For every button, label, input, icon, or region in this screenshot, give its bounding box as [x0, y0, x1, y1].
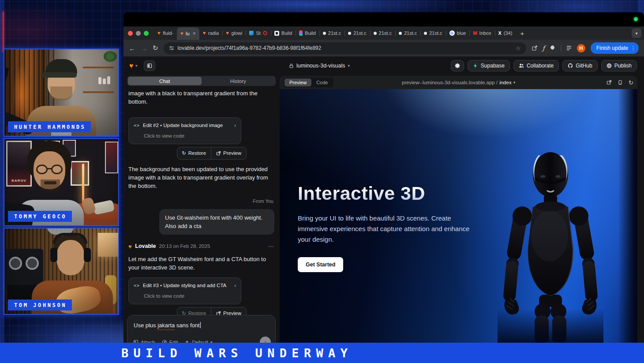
people-icon [519, 63, 524, 68]
toggle-sidebar-button[interactable] [144, 60, 155, 71]
browser-tab[interactable]: ♥radia [199, 27, 223, 39]
lovable-logo-group[interactable]: ♥ ▾ [129, 56, 155, 75]
tab-chat[interactable]: Chat [128, 77, 202, 85]
share-extension-icon[interactable] [532, 45, 538, 51]
puzzle-extensions-icon[interactable] [550, 45, 556, 51]
chat-messages[interactable]: image with a black to transparent gradie… [128, 89, 274, 342]
get-started-button[interactable]: Get Started [298, 257, 343, 272]
browser-tab-active[interactable]: ♥lu× [177, 27, 199, 40]
restore-button[interactable]: ↻Restore [177, 147, 211, 159]
person-head [56, 240, 85, 275]
collaborate-button[interactable]: Collaborate [513, 60, 559, 71]
profile-avatar[interactable]: H [577, 44, 585, 52]
browser-tab[interactable]: ♥glowi [222, 27, 246, 39]
back-button[interactable]: ← [129, 45, 135, 52]
edit-card-3[interactable]: <> Edit #3 • Update styling and add CTA … [128, 277, 241, 304]
browser-tab[interactable]: Gblue [446, 27, 470, 39]
pencil-icon [162, 340, 167, 343]
attach-button[interactable]: Attach [133, 340, 155, 343]
new-tab-button[interactable]: + [516, 30, 528, 37]
glasses-right-lens [51, 165, 63, 174]
tab-label: glowi [231, 30, 242, 36]
record-icon [263, 31, 267, 35]
tab-search-button[interactable]: ▾ [632, 28, 641, 38]
chat-input-box[interactable]: Use plus jakarta sans font Attach Edit [127, 315, 276, 343]
preview-button[interactable]: Preview [211, 147, 246, 159]
edit-card-2[interactable]: <> Edit #2 • Update background image › C… [128, 117, 241, 144]
tab-label: Build [281, 30, 292, 36]
audio-equipment [4, 249, 43, 290]
open-external-icon[interactable] [607, 80, 612, 85]
browser-tab[interactable]: Build [271, 27, 296, 39]
name-badge: TOM JOHNSON [8, 299, 72, 311]
reading-list-icon[interactable] [566, 45, 572, 51]
reload-button[interactable]: ↻ [153, 44, 158, 52]
attach-label: Attach [141, 340, 155, 343]
browser-tab[interactable]: MInbox [469, 27, 494, 39]
close-tab-icon[interactable]: × [193, 30, 196, 37]
tab-label: St [256, 30, 260, 36]
picture-frame [71, 161, 89, 186]
tab-label: 21st.c [404, 30, 417, 36]
edit-label: Edit [169, 340, 178, 343]
restore-icon: ↻ [182, 149, 186, 157]
publish-button[interactable]: Publish [601, 60, 637, 71]
send-button[interactable]: ↑ [260, 337, 271, 343]
settings-button[interactable] [451, 60, 464, 71]
chat-input-text[interactable]: Use plus jakarta sans font [127, 315, 275, 329]
address-bar[interactable]: lovable.dev/projects/74f1a96a-9782-47b9-… [164, 42, 526, 54]
chat-panel: Chat History image with a black to trans… [125, 75, 278, 343]
browser-tab[interactable]: 21st.c [370, 27, 395, 39]
tab-label: radia [208, 30, 219, 36]
browser-tab[interactable]: 21st.c [420, 27, 446, 39]
browser-tab[interactable]: X(34) [495, 27, 516, 39]
browser-tab[interactable]: St [246, 27, 270, 39]
fn-extension-icon[interactable]: ƒ [543, 45, 545, 52]
github-button[interactable]: GitHub [562, 60, 597, 71]
person-hand [81, 197, 97, 215]
minimize-window-button[interactable] [136, 31, 141, 36]
browser-tab[interactable]: Build [296, 27, 319, 39]
edit-card-title: Edit #2 • Update background image [143, 121, 223, 130]
browser-tab[interactable]: ♥fluid- [154, 27, 177, 39]
project-name-menu[interactable]: luminous-3d-visuals ▾ [289, 56, 350, 75]
user-message-bubble: Use Gt-walsheim font with 400 weight. Al… [159, 209, 274, 235]
preview-panel: Preview Code preview--luminous-3d-visual… [280, 76, 637, 343]
tab-label: 21st.c [328, 30, 341, 36]
warm-light-glow [12, 63, 30, 127]
pillow [93, 200, 115, 215]
preview-3d-scene[interactable]: Interactive 3D Bring your UI to life wit… [280, 89, 637, 343]
tape-reel [26, 257, 39, 270]
lamp-dome [47, 228, 74, 235]
browser-tab[interactable]: 21st.c [319, 27, 344, 39]
tab-history[interactable]: History [202, 77, 275, 85]
project-name: luminous-3d-visuals [296, 63, 345, 69]
lovable-favicon: ♥ [180, 31, 183, 36]
kebab-menu-icon[interactable]: ⋮ [631, 45, 636, 51]
preview-url[interactable]: preview--luminous-3d-visuals.lovable.app… [402, 80, 515, 85]
person-beard [41, 180, 60, 193]
x-favicon: X [498, 30, 502, 36]
lovable-heart-icon: ♥ [128, 243, 132, 250]
tab-preview[interactable]: Preview [285, 79, 311, 86]
bookmark-star-icon[interactable]: ☆ [516, 45, 521, 52]
stream-banner: BUILD WARS UNDERWAY [0, 343, 644, 363]
model-selector[interactable]: Default ▾ [184, 340, 212, 343]
forward-button[interactable]: → [141, 45, 147, 52]
mobile-view-icon[interactable] [618, 80, 623, 85]
gear-icon [454, 63, 461, 69]
zoom-window-button[interactable] [144, 31, 149, 36]
banner-text: BUILD WARS UNDERWAY [121, 346, 352, 360]
tab-code[interactable]: Code [311, 79, 333, 86]
browser-tab[interactable]: 21st.c [395, 27, 420, 39]
hero-block: Interactive 3D Bring your UI to life wit… [298, 183, 487, 272]
refresh-preview-icon[interactable]: ↻ [629, 79, 633, 86]
message-menu-icon[interactable]: ⋯ [268, 242, 274, 251]
browser-tab[interactable]: 21st.c [344, 27, 370, 39]
supabase-button[interactable]: Supabase [468, 60, 510, 71]
lovable-favicon: ♥ [203, 30, 206, 36]
browser-toolbar: ← → ↻ lovable.dev/projects/74f1a96a-9782… [124, 40, 644, 56]
edit-mode-button[interactable]: Edit [162, 340, 178, 343]
close-window-button[interactable] [128, 31, 133, 36]
finish-update-button[interactable]: Finish update ⋮ [591, 42, 639, 54]
